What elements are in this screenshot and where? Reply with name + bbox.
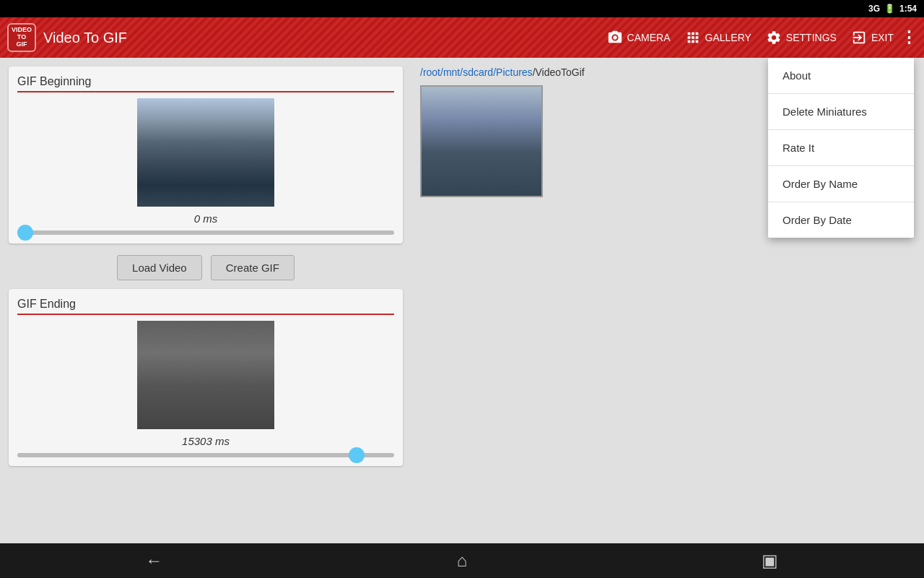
action-buttons-row: Load Video Create GIF [9, 255, 403, 280]
gallery-label: GALLERY [705, 32, 751, 43]
top-bar-actions: CAMERA GALLERY SETTINGS EXIT [607, 30, 894, 46]
gif-ending-slider-thumb[interactable] [349, 447, 365, 463]
breadcrumb-current: /VideoToGif [533, 66, 585, 78]
more-button[interactable]: ⋮ [901, 28, 917, 47]
exit-label: EXIT [871, 32, 894, 43]
gif-beginning-time: 0 ms [17, 212, 394, 225]
gif-beginning-slider-thumb[interactable] [17, 225, 33, 241]
exit-icon [851, 30, 867, 46]
recent-apps-button[interactable]: ▣ [741, 546, 799, 575]
breadcrumb-link[interactable]: /root/mnt/sdcard/Pictures [420, 66, 533, 78]
gif-ending-preview [137, 321, 274, 429]
bottom-nav: ← ⌂ ▣ [0, 543, 924, 578]
gallery-thumbnail[interactable] [420, 85, 543, 197]
gallery-icon [685, 30, 701, 46]
gif-beginning-card: GIF Beginning 0 ms [9, 66, 403, 243]
battery-icon: 🔋 [884, 4, 895, 14]
settings-label: SETTINGS [786, 32, 837, 43]
load-video-button[interactable]: Load Video [117, 255, 202, 280]
app-icon-label: VIDEOTOGIF [12, 27, 32, 48]
home-button[interactable]: ⌂ [433, 546, 491, 575]
gif-ending-slider-track[interactable] [17, 453, 394, 457]
camera-label: CAMERA [627, 32, 671, 43]
gallery-button[interactable]: GALLERY [685, 30, 751, 46]
menu-item-about[interactable]: About [768, 58, 914, 94]
settings-button[interactable]: SETTINGS [766, 30, 837, 46]
camera-button[interactable]: CAMERA [607, 30, 671, 46]
gif-ending-time: 15303 ms [17, 435, 394, 447]
network-indicator: 3G [868, 4, 880, 14]
gif-beginning-slider-track[interactable] [17, 230, 394, 235]
camera-icon [607, 30, 623, 46]
exit-button[interactable]: EXIT [851, 30, 894, 46]
menu-item-order-by-name[interactable]: Order By Name [768, 166, 914, 202]
top-bar: VIDEOTOGIF Video To GIF CAMERA GALLERY S… [0, 17, 924, 58]
create-gif-button[interactable]: Create GIF [211, 255, 295, 280]
menu-item-rate-it[interactable]: Rate It [768, 130, 914, 166]
settings-icon [766, 30, 782, 46]
app-icon: VIDEOTOGIF [7, 23, 36, 52]
gif-ending-title: GIF Ending [17, 298, 394, 315]
app-title: Video To GIF [43, 30, 600, 46]
menu-item-order-by-date[interactable]: Order By Date [768, 202, 914, 238]
back-button[interactable]: ← [125, 546, 183, 575]
dropdown-menu: About Delete Miniatures Rate It Order By… [768, 58, 914, 238]
gif-ending-card: GIF Ending 15303 ms [9, 289, 403, 466]
status-bar: 3G 🔋 1:54 [0, 0, 924, 17]
time-display: 1:54 [899, 4, 917, 14]
left-panel: GIF Beginning 0 ms Load Video Create GIF… [0, 58, 411, 543]
gif-beginning-title: GIF Beginning [17, 75, 394, 92]
menu-item-delete-miniatures[interactable]: Delete Miniatures [768, 94, 914, 130]
gif-beginning-preview [137, 98, 274, 207]
